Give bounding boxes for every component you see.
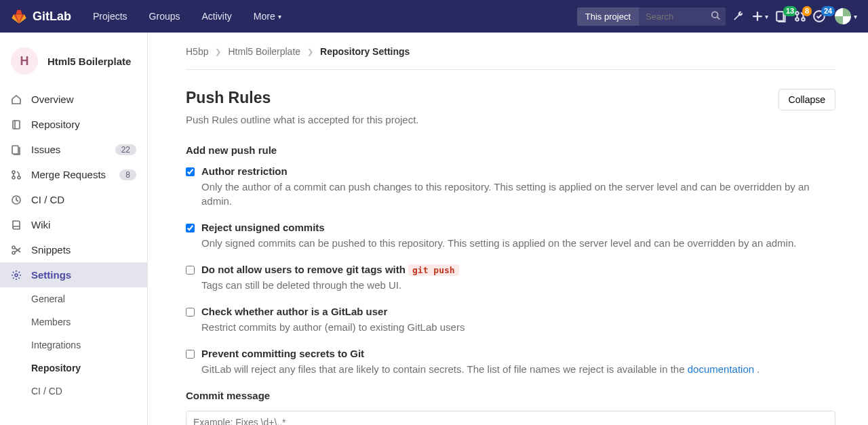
logo[interactable]: GitLab [11, 8, 71, 24]
svg-point-14 [15, 274, 18, 277]
settings-submenu: General Members Integrations Repository … [0, 287, 147, 403]
top-right: This project ▾ 13 8 24 ▾ [577, 7, 857, 26]
plus-icon[interactable]: ▾ [751, 10, 768, 22]
rule-no-remove-tags: Do not allow users to remove git tags wi… [186, 264, 835, 292]
issues-icon [11, 144, 22, 155]
rule-check-gitlab-user: Check whether author is a GitLab user Re… [186, 306, 835, 334]
rule-desc: Tags can still be deleted through the we… [201, 278, 459, 292]
section-subtitle: Push Rules outline what is accepted for … [186, 114, 419, 125]
code-git-push: git push [408, 264, 459, 276]
home-icon [11, 94, 22, 105]
search-wrap: This project [577, 7, 726, 26]
sub-members[interactable]: Members [31, 310, 147, 333]
rule-desc: Only the author of a commit can push cha… [201, 180, 835, 208]
rule-desc: Only signed commits can be pushed to thi… [201, 236, 796, 250]
rule-title: Prevent committing secrets to Git [201, 348, 760, 359]
sub-integrations[interactable]: Integrations [31, 333, 147, 357]
checkbox-no-remove-tags[interactable] [186, 266, 195, 275]
breadcrumb: H5bp ❯ Html5 Boilerplate ❯ Repository Se… [186, 46, 835, 70]
rule-title: Reject unsigned commits [201, 222, 796, 233]
section-header: Push Rules Push Rules outline what is ac… [186, 89, 835, 125]
sidebar-item-merge-requests[interactable]: Merge Requests 8 [0, 162, 147, 187]
search-icon[interactable] [711, 11, 720, 22]
gitlab-logo-icon [11, 8, 27, 24]
mrs-count: 8 [119, 169, 136, 180]
project-name: Html5 Boilerplate [47, 56, 131, 67]
svg-point-3 [795, 18, 799, 21]
nav-more[interactable]: More▾ [254, 11, 281, 22]
svg-point-4 [802, 18, 805, 21]
sidebar-item-overview[interactable]: Overview [0, 87, 147, 112]
book-icon [11, 220, 22, 230]
todos-check-icon[interactable]: 24 [813, 10, 825, 22]
project-header[interactable]: H Html5 Boilerplate [0, 41, 147, 87]
sub-repository[interactable]: Repository [31, 357, 147, 380]
rocket-icon [11, 195, 22, 205]
svg-point-8 [12, 171, 15, 174]
user-menu[interactable]: ▾ [832, 8, 857, 24]
issues-count: 22 [115, 144, 136, 155]
commit-message-input[interactable] [186, 411, 835, 425]
scissors-icon [11, 245, 22, 256]
sub-cicd[interactable]: CI / CD [31, 380, 147, 403]
user-avatar-icon [835, 8, 851, 24]
svg-point-0 [712, 12, 718, 18]
chevron-down-icon: ▾ [278, 13, 281, 20]
admin-wrench-icon[interactable] [732, 10, 745, 22]
rule-desc: GitLab will reject any files that are li… [201, 362, 760, 376]
svg-point-9 [12, 176, 15, 179]
svg-point-13 [12, 251, 15, 254]
main-content: H5bp ❯ Html5 Boilerplate ❯ Repository Se… [148, 33, 868, 425]
section-title: Push Rules [186, 89, 419, 107]
sidebar-item-issues[interactable]: Issues 22 [0, 137, 147, 162]
svg-point-10 [18, 176, 20, 179]
svg-point-12 [12, 246, 15, 249]
merge-requests-shortcut-icon[interactable]: 8 [794, 10, 806, 22]
rule-reject-unsigned: Reject unsigned commits Only signed comm… [186, 222, 835, 250]
sidebar-item-repository[interactable]: Repository [0, 112, 147, 137]
nav-projects[interactable]: Projects [93, 11, 127, 22]
crumb-current: Repository Settings [320, 46, 410, 57]
repo-icon [11, 119, 22, 130]
search-scope[interactable]: This project [577, 7, 639, 26]
issues-shortcut-icon[interactable]: 13 [775, 10, 787, 22]
chevron-right-icon: ❯ [307, 47, 313, 56]
sidebar: H Html5 Boilerplate Overview Repository … [0, 33, 148, 425]
commit-message-label: Commit message [186, 390, 835, 401]
gear-icon [11, 270, 22, 281]
crumb-project[interactable]: Html5 Boilerplate [228, 46, 300, 57]
rule-prevent-secrets: Prevent committing secrets to Git GitLab… [186, 348, 835, 376]
brand-text: GitLab [33, 9, 71, 24]
rule-title: Do not allow users to remove git tags wi… [201, 264, 459, 275]
sidebar-item-wiki[interactable]: Wiki [0, 212, 147, 237]
svg-rect-1 [776, 12, 783, 21]
mrs-badge: 8 [802, 6, 812, 16]
rule-author-restriction: Author restriction Only the author of a … [186, 165, 835, 208]
chevron-down-icon: ▾ [854, 13, 857, 20]
chevron-down-icon: ▾ [765, 13, 768, 20]
chevron-right-icon: ❯ [215, 47, 221, 56]
checkbox-author-restriction[interactable] [186, 167, 195, 176]
add-new-heading: Add new push rule [186, 144, 835, 156]
top-nav: Projects Groups Activity More▾ [93, 11, 281, 22]
svg-rect-6 [13, 121, 20, 129]
sub-general[interactable]: General [31, 287, 147, 310]
sidebar-item-settings[interactable]: Settings [0, 262, 147, 287]
top-bar: GitLab Projects Groups Activity More▾ Th… [0, 0, 868, 33]
sidebar-item-snippets[interactable]: Snippets [0, 237, 147, 262]
nav-groups[interactable]: Groups [149, 11, 180, 22]
svg-rect-7 [12, 146, 18, 154]
documentation-link[interactable]: documentation [688, 363, 754, 375]
collapse-button[interactable]: Collapse [778, 89, 835, 110]
rule-title: Author restriction [201, 165, 835, 177]
nav-activity[interactable]: Activity [202, 11, 232, 22]
checkbox-prevent-secrets[interactable] [186, 350, 195, 359]
sidebar-item-cicd[interactable]: CI / CD [0, 187, 147, 212]
crumb-group[interactable]: H5bp [186, 46, 208, 57]
checkbox-reject-unsigned[interactable] [186, 224, 195, 232]
rule-desc: Restrict commits by author (email) to ex… [201, 320, 465, 334]
svg-point-2 [795, 12, 799, 15]
checkbox-check-gitlab-user[interactable] [186, 308, 195, 317]
merge-icon [11, 169, 22, 180]
rule-title: Check whether author is a GitLab user [201, 306, 465, 317]
